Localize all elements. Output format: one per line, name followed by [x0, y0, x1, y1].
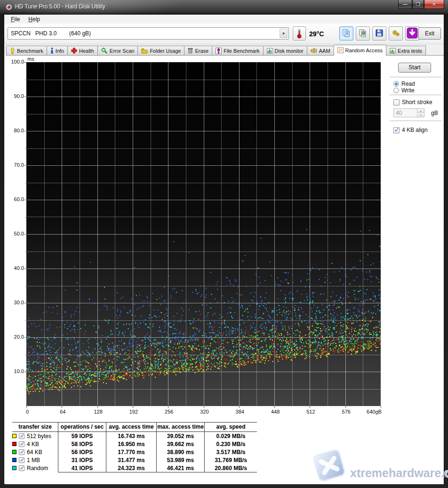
write-radio-circle[interactable] — [393, 88, 399, 93]
download-button[interactable] — [405, 26, 419, 41]
tab-aam[interactable]: AAM — [307, 46, 334, 55]
spinner-down-icon[interactable]: ▼ — [417, 113, 424, 117]
table-row-label: 4 KB — [12, 440, 58, 448]
copy-image-icon — [359, 29, 367, 39]
tab-random-access[interactable]: Random Access — [334, 45, 386, 56]
x-axis-tick — [381, 406, 381, 408]
close-button[interactable]: ✕ — [424, 0, 444, 9]
transfer-size-label: 1 MB — [27, 457, 40, 464]
drive-select-value: SPCCN PHD 3.0 (640 gB) — [8, 30, 91, 37]
y-axis-tick-label: 90.0 — [5, 93, 24, 99]
random-access-icon — [337, 47, 344, 53]
spinner-up-icon[interactable]: ▲ — [417, 109, 424, 113]
table-row-label: Random — [12, 464, 58, 472]
read-radio[interactable]: Read — [393, 81, 415, 87]
tab-extra-tests[interactable]: Extra tests — [386, 46, 426, 55]
x-axis-tick — [204, 406, 204, 408]
copy-text-button[interactable] — [339, 26, 353, 41]
results-table: transfer sizeoperations / secavg. access… — [12, 422, 257, 472]
series-checkbox[interactable] — [19, 465, 24, 471]
exit-button[interactable]: Exit — [418, 27, 441, 40]
write-radio[interactable]: Write — [393, 87, 415, 94]
tab-error-scan[interactable]: Error Scan — [97, 46, 138, 55]
drive-select[interactable]: SPCCN PHD 3.0 (640 gB) ▼ — [8, 27, 289, 40]
4kb-align-label: 4 KB align — [402, 127, 428, 133]
x-axis-tick — [26, 406, 27, 408]
table-row-label: 1 MB — [12, 456, 58, 464]
minimize-button[interactable]: — — [398, 0, 412, 9]
chevron-down-icon[interactable]: ▼ — [280, 29, 288, 38]
tab-label: Info — [56, 48, 64, 54]
x-axis-tick-label: 192 — [129, 409, 138, 415]
4kb-align-checkbox-box[interactable] — [393, 127, 400, 133]
options-button[interactable] — [389, 26, 403, 41]
maximize-button[interactable]: ❐ — [412, 0, 424, 9]
transfer-size-label: 64 KB — [27, 449, 42, 455]
x-axis-tick-label: 448 — [271, 409, 280, 415]
health-icon — [71, 48, 77, 54]
client-area: FileHelp SPCCN PHD 3.0 (640 gB) ▼ 29°C E… — [4, 14, 444, 484]
avg-access-value: 16.743 ms — [106, 432, 156, 440]
x-axis-tick — [274, 406, 275, 408]
save-button[interactable] — [372, 26, 386, 41]
max-access-value: 53.989 ms — [156, 456, 204, 464]
table-row-label: 512 bytes — [12, 432, 58, 440]
separator — [390, 121, 441, 122]
operations-value: 59 IOPS — [58, 432, 106, 440]
temperature-button[interactable] — [293, 26, 306, 41]
access-time-scatter-plot — [26, 62, 381, 406]
x-axis-tick — [168, 406, 168, 408]
table-header-5: avg. speed — [204, 422, 257, 432]
series-checkbox[interactable] — [19, 441, 24, 447]
series-checkbox[interactable] — [19, 449, 24, 455]
tab-info[interactable]: Info — [47, 46, 68, 55]
operations-value: 58 IOPS — [58, 440, 106, 448]
write-radio-label: Write — [401, 87, 415, 94]
copy-text-icon — [342, 29, 351, 39]
x-axis-tick — [133, 406, 133, 408]
tab-label: Erase — [195, 48, 208, 54]
save-icon — [375, 29, 384, 39]
y-axis-tick-label: 50.0 — [5, 231, 24, 236]
tab-benchmark[interactable]: Benchmark — [6, 46, 47, 55]
start-button[interactable]: Start — [398, 63, 431, 73]
x-axis-tick-label: 576 — [342, 409, 351, 415]
tab-label: Health — [79, 48, 94, 54]
short-stroke-checkbox-box[interactable] — [393, 99, 400, 106]
tab-erase[interactable]: Erase — [184, 46, 212, 55]
max-access-value: 46.421 ms — [156, 464, 204, 472]
table-bottom-border — [58, 472, 257, 472]
menu-item-file[interactable]: File — [8, 15, 23, 24]
4kb-align-checkbox[interactable]: 4 KB align — [393, 127, 428, 133]
disk-monitor-icon — [267, 48, 273, 54]
series-checkbox[interactable] — [19, 433, 24, 439]
avg-access-value: 24.323 ms — [106, 464, 156, 472]
stroke-size-spinner[interactable]: 40 ▲ ▼ — [393, 108, 424, 117]
x-axis-tick — [310, 406, 310, 408]
x-axis-tick-label: 384 — [236, 409, 244, 415]
short-stroke-checkbox[interactable]: Short stroke — [393, 99, 432, 106]
y-axis-tick-label: 30.0 — [5, 300, 24, 305]
tab-label: Folder Usage — [150, 48, 181, 54]
tab-disk-monitor[interactable]: Disk monitor — [263, 46, 307, 55]
menu-item-help[interactable]: Help — [25, 15, 43, 24]
read-radio-circle[interactable] — [393, 81, 399, 87]
x-axis-tick-label: 64 — [60, 409, 65, 415]
avg-speed-value: 20.860 MB/s — [204, 464, 257, 472]
tab-folder-usage[interactable]: Folder Usage — [137, 46, 184, 55]
tab-label: Disk monitor — [275, 48, 304, 54]
title-bar[interactable]: HD Tune Pro 5.00 - Hard Disk Utility — ❐… — [0, 0, 448, 14]
x-axis-tick — [97, 406, 98, 408]
x-axis-tick-label: 0 — [26, 409, 29, 415]
folder-usage-icon — [141, 48, 148, 54]
error-scan-icon — [101, 48, 108, 54]
y-axis-tick-label: 20.0 — [5, 334, 24, 340]
tab-health[interactable]: Health — [67, 46, 98, 55]
avg-access-value: 31.477 ms — [106, 456, 156, 464]
copy-image-button[interactable] — [356, 26, 370, 41]
info-icon — [50, 48, 54, 54]
separator — [390, 77, 441, 78]
tab-file-benchmark[interactable]: File Benchmark — [212, 46, 263, 55]
series-checkbox[interactable] — [19, 457, 24, 463]
max-access-value: 38.890 ms — [156, 448, 204, 456]
